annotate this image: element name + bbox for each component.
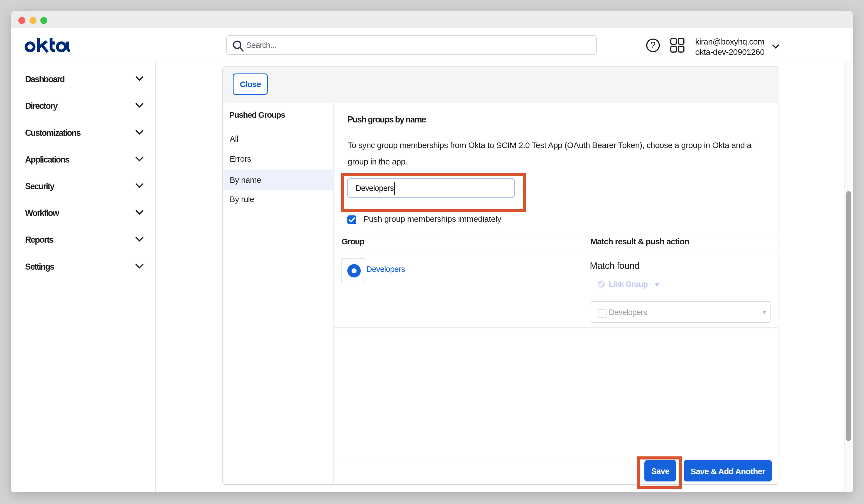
svg-text:?: ?: [650, 40, 656, 50]
